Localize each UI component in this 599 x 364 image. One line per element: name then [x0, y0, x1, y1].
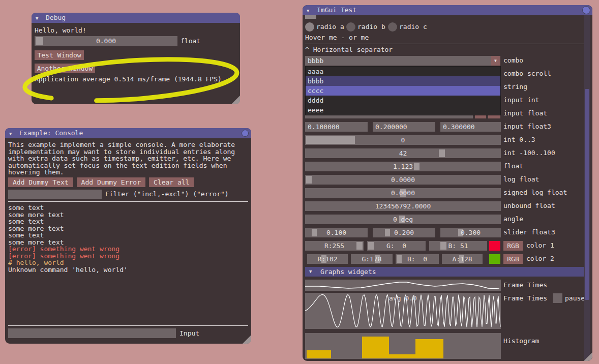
- slider-value: 0.200: [373, 228, 435, 237]
- color2-r-slider[interactable]: R:102: [307, 254, 348, 264]
- input-float3-y-value: 0.200000: [373, 123, 407, 131]
- log-line: some more text: [8, 211, 248, 219]
- slider-angle[interactable]: 0 deg: [305, 215, 501, 224]
- debug-title-bar[interactable]: ▼ Debug: [32, 13, 240, 23]
- combo-option-aaaa[interactable]: aaaa: [306, 67, 500, 76]
- slider-log-float[interactable]: 0.0000: [305, 175, 501, 185]
- int-neg-label: int -100..100: [503, 149, 555, 157]
- input-float3-z[interactable]: 0.300000: [440, 122, 501, 132]
- log-line-command: # hello, world: [8, 259, 248, 266]
- slider-float3-y[interactable]: 0.200: [373, 228, 435, 237]
- color2-rgb-button[interactable]: RGB: [503, 254, 523, 264]
- color1-g-slider[interactable]: G: 0: [367, 241, 426, 251]
- color2-g-slider[interactable]: G:178: [351, 254, 393, 264]
- radio-a-button[interactable]: [305, 22, 314, 32]
- test-title-bar[interactable]: ▼ ImGui Test: [303, 5, 592, 15]
- input-float3-x[interactable]: 0.100000: [305, 122, 368, 132]
- input-float-field[interactable]: [305, 115, 473, 118]
- input-int-label: input int: [503, 97, 539, 104]
- clipped-widget: [305, 15, 316, 19]
- drag-value: 123456792.0000: [305, 201, 501, 211]
- color2-b-slider[interactable]: B: 0: [396, 254, 439, 264]
- input-float3-y[interactable]: 0.200000: [373, 122, 435, 132]
- combo-option-dddd[interactable]: dddd: [306, 96, 500, 105]
- radio-c-button[interactable]: [388, 22, 397, 32]
- graphs-header-label: Graphs widgets: [320, 267, 376, 277]
- slider-int-0-3[interactable]: 0: [305, 135, 501, 145]
- collapse-arrow-icon[interactable]: ▼: [9, 129, 12, 139]
- slider-value: 0.0000: [305, 188, 501, 198]
- combo-popup: aaaa bbbb cccc dddd eeee: [305, 66, 501, 115]
- another-window-button[interactable]: Another Window: [35, 64, 95, 73]
- color1-r-slider[interactable]: R:255: [305, 241, 364, 251]
- frame-times1-label: Frame Times: [503, 282, 547, 289]
- drag-unbound-float[interactable]: 123456792.0000: [305, 201, 501, 211]
- scrollbar-grab[interactable]: [585, 89, 589, 300]
- float-slider[interactable]: 0.000: [35, 36, 177, 46]
- command-input[interactable]: [8, 328, 176, 338]
- plot-line: [305, 280, 501, 291]
- console-title-bar[interactable]: ▼ Example: Console: [5, 128, 251, 138]
- color1-b-slider[interactable]: B: 51: [429, 241, 487, 251]
- console-resize-grip[interactable]: [243, 335, 251, 344]
- color2-a-slider[interactable]: A:128: [442, 254, 483, 264]
- input-float-plus-button[interactable]: [488, 115, 500, 118]
- slider-int-neg100-100[interactable]: 42: [305, 148, 501, 158]
- input-float3-label: input float3: [503, 123, 551, 130]
- close-icon[interactable]: [582, 6, 590, 14]
- debug-resize-grip[interactable]: [231, 96, 240, 104]
- slider-value: 0.0000: [305, 175, 501, 185]
- slider-float3-z[interactable]: 0.300: [440, 228, 501, 237]
- combo-option-eeee[interactable]: eeee: [306, 105, 500, 115]
- collapse-arrow-icon: ▼: [309, 267, 312, 277]
- histogram-bar: [362, 337, 389, 358]
- separator: [305, 44, 584, 44]
- add-dummy-text-button[interactable]: Add Dummy Text: [8, 177, 73, 187]
- color2-r-value: R:102: [307, 254, 348, 264]
- filter-label: Filter ("incl,-excl") ("error"): [105, 191, 229, 198]
- combo-option-cccc-hovered[interactable]: cccc: [306, 86, 500, 96]
- angle-label: angle: [503, 216, 523, 223]
- input-float-minus-button[interactable]: [475, 115, 486, 118]
- log-line: some text: [8, 204, 248, 211]
- color2-swatch[interactable]: [489, 254, 500, 264]
- combo-option-bbbb-selected[interactable]: bbbb: [306, 76, 500, 86]
- radio-b-label: radio b: [357, 22, 385, 32]
- slider-float3-label: slider float3: [503, 229, 555, 236]
- radio-b-button[interactable]: [346, 22, 355, 32]
- close-icon[interactable]: [242, 130, 249, 137]
- debug-window: ▼ Debug Hello, world! 0.000 float Test W…: [32, 13, 240, 104]
- slider-float[interactable]: 1.123: [305, 162, 501, 171]
- slider-float3-x[interactable]: 0.100: [305, 228, 368, 237]
- unbound-float-label: unbound float: [503, 202, 555, 209]
- color1-rgb-button[interactable]: RGB: [503, 241, 523, 251]
- slider-value: 0 deg: [305, 215, 501, 224]
- graphs-widgets-header[interactable]: ▼ Graphs widgets: [305, 267, 584, 277]
- pause-checkbox[interactable]: [553, 293, 562, 303]
- hover-me-text[interactable]: Hover me - or me: [305, 34, 369, 41]
- color2-a-value: A:128: [442, 254, 483, 264]
- color1-g-value: G: 0: [367, 241, 426, 251]
- float-slider-label: float: [181, 38, 200, 45]
- color1-swatch[interactable]: [489, 241, 500, 251]
- collapse-arrow-icon[interactable]: ▼: [36, 13, 38, 23]
- debug-window-title: Debug: [46, 13, 66, 23]
- input-float3-x-value: 0.100000: [305, 123, 340, 131]
- combo-arrow-button[interactable]: ▼: [491, 56, 500, 66]
- horizontal-separator-label: ^ Horizontal separator: [305, 46, 393, 53]
- slider-signed-log-float[interactable]: 0.0000: [305, 188, 501, 198]
- scrollbar-track[interactable]: [584, 15, 590, 360]
- radio-c-label: radio c: [399, 22, 427, 32]
- clear-all-button[interactable]: Clear all: [149, 177, 194, 187]
- log-line: some text: [8, 218, 248, 225]
- log-line-error: [error] something went wrong: [8, 253, 248, 260]
- combo-box[interactable]: bbbb: [305, 56, 491, 66]
- collapse-arrow-icon[interactable]: ▼: [307, 6, 309, 16]
- test-window-button[interactable]: Test Window: [35, 50, 84, 60]
- color1-b-value: B: 51: [429, 241, 487, 251]
- add-dummy-error-button[interactable]: Add Dummy Error: [77, 177, 145, 187]
- filter-input[interactable]: [8, 190, 102, 199]
- frame-times2-label: Frame Times: [503, 295, 547, 302]
- slider-value: 42: [305, 148, 501, 158]
- log-line: some more text: [8, 239, 248, 246]
